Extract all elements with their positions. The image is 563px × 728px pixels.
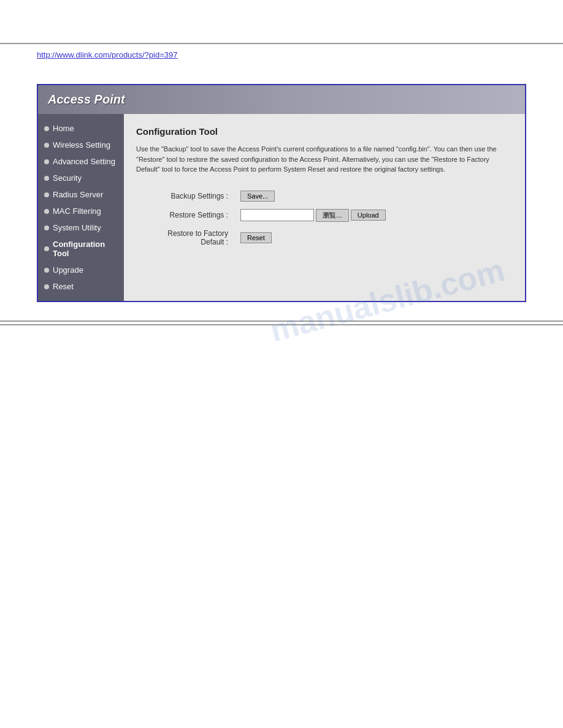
sidebar-label-system: System Utility	[53, 223, 101, 232]
bullet-security	[44, 176, 49, 181]
sidebar-label-wireless: Wireless Setting	[53, 140, 110, 150]
bullet-mac	[44, 209, 49, 214]
content-area: Home Wireless Setting Advanced Setting S…	[38, 114, 525, 301]
sidebar-label-radius: Radius Server	[53, 190, 103, 199]
upload-button[interactable]: Upload	[351, 210, 386, 221]
factory-controls: Reset	[234, 226, 513, 250]
link-area: http://www.dlink.com/products/?pid=397	[0, 44, 563, 66]
bottom-divider-2	[0, 324, 563, 325]
sidebar-item-security[interactable]: Security	[38, 170, 124, 186]
bullet-advanced	[44, 159, 49, 164]
sidebar-item-radius-server[interactable]: Radius Server	[38, 186, 124, 203]
bottom-divider-1	[0, 320, 563, 322]
app-title: Access Point	[48, 93, 515, 107]
reset-button[interactable]: Reset	[240, 232, 272, 243]
sidebar-item-reset[interactable]: Reset	[38, 278, 124, 295]
bullet-radius	[44, 192, 49, 197]
bullet-config	[44, 246, 49, 251]
top-link[interactable]: http://www.dlink.com/products/?pid=397	[37, 50, 177, 59]
sidebar-item-config-tool[interactable]: Configuration Tool	[38, 236, 124, 262]
header-bar: Access Point	[38, 85, 525, 114]
restore-label: Restore Settings :	[136, 205, 234, 226]
main-panel: Configuration Tool Use the "Backup" tool…	[124, 114, 525, 301]
sidebar-item-advanced-setting[interactable]: Advanced Setting	[38, 153, 124, 170]
sidebar-label-security: Security	[53, 173, 82, 183]
sidebar-item-upgrade[interactable]: Upgrade	[38, 262, 124, 278]
backup-controls: Save...	[234, 187, 513, 205]
description-text: Use the "Backup" tool to save the Access…	[136, 144, 513, 175]
restore-row: Restore Settings : 瀏覧... Upload	[136, 205, 513, 226]
restore-controls: 瀏覧... Upload	[234, 205, 513, 226]
page-title: Configuration Tool	[136, 126, 513, 137]
sidebar-item-mac-filtering[interactable]: MAC Filtering	[38, 203, 124, 219]
backup-label: Backup Settings :	[136, 187, 234, 205]
sidebar-item-home[interactable]: Home	[38, 120, 124, 137]
save-button[interactable]: Save...	[240, 191, 275, 202]
sidebar-item-wireless-setting[interactable]: Wireless Setting	[38, 137, 124, 153]
sidebar-label-advanced: Advanced Setting	[53, 157, 115, 166]
factory-label: Restore to Factory Default :	[136, 226, 234, 250]
bullet-upgrade	[44, 268, 49, 273]
sidebar-label-home: Home	[53, 124, 74, 133]
sidebar-label-config: Configuration Tool	[53, 240, 118, 258]
bullet-home	[44, 126, 49, 131]
bullet-reset	[44, 284, 49, 289]
sidebar: Home Wireless Setting Advanced Setting S…	[38, 114, 124, 301]
sidebar-label-reset: Reset	[53, 282, 74, 291]
restore-input[interactable]	[240, 209, 314, 221]
bullet-system	[44, 226, 49, 230]
sidebar-label-mac: MAC Filtering	[53, 207, 101, 216]
config-form: Backup Settings : Save... Restore Settin…	[136, 187, 513, 250]
sidebar-item-system-utility[interactable]: System Utility	[38, 219, 124, 236]
factory-row: Restore to Factory Default : Reset	[136, 226, 513, 250]
browse-button[interactable]: 瀏覧...	[316, 209, 348, 222]
backup-row: Backup Settings : Save...	[136, 187, 513, 205]
bullet-wireless	[44, 143, 49, 148]
ui-container: Access Point Home Wireless Setting Advan…	[37, 84, 526, 302]
sidebar-label-upgrade: Upgrade	[53, 265, 83, 275]
